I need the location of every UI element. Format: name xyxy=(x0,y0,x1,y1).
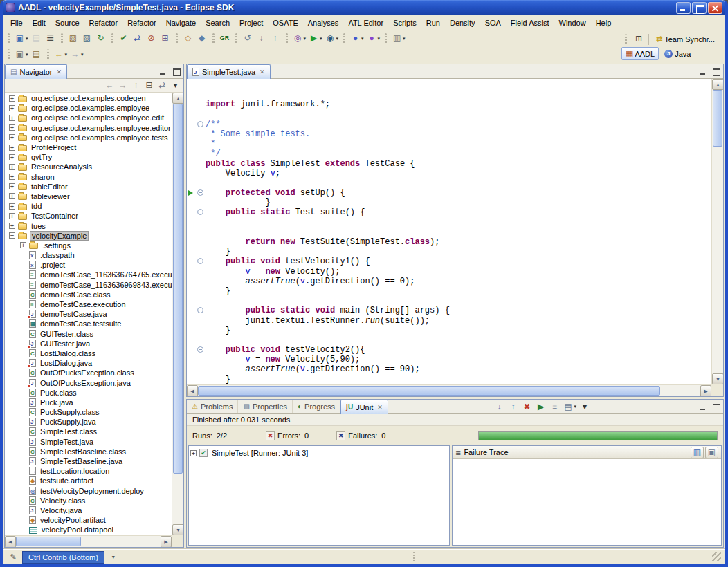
test-run-history-dropdown-icon[interactable]: ▾ xyxy=(574,404,577,409)
search-dropdown-icon[interactable]: ▾ xyxy=(336,36,339,41)
scroll-left-button[interactable]: ◀ xyxy=(187,385,198,396)
toggle-mark-occurrences-button[interactable]: ▣▾ xyxy=(13,48,30,62)
tree-item-puck-java[interactable]: JPuck.java xyxy=(5,398,172,407)
tree-item-simpletest-class[interactable]: CSimpleTest.class xyxy=(5,427,172,436)
tree-item-settings[interactable]: +.settings xyxy=(5,241,172,250)
editor-horizontal-scrollbar[interactable]: ◀ ▶ xyxy=(187,384,711,396)
window-close-button[interactable] xyxy=(708,2,722,14)
fold-collapse-icon[interactable] xyxy=(197,307,203,313)
search-button[interactable]: ◉▾ xyxy=(324,32,340,46)
open-perspective-button[interactable]: ⊞ xyxy=(632,32,646,46)
tree-item-velocitypool-artifact[interactable]: ◆velocityPool.artifact xyxy=(5,515,172,525)
menu-soa[interactable]: SOA xyxy=(480,17,506,29)
ocl-console-dropdown-icon[interactable]: ▾ xyxy=(361,36,364,41)
minimize-view-button[interactable] xyxy=(156,66,169,77)
tree-item-demotestcase-class[interactable]: CdemoTestCase.class xyxy=(5,290,172,299)
junit-view-menu-button[interactable]: ▾ xyxy=(578,400,592,413)
fold-collapse-icon[interactable] xyxy=(197,189,203,196)
menu-osate[interactable]: OSATE xyxy=(268,17,302,29)
new-aadl-model-button[interactable]: ▧ xyxy=(66,32,80,46)
tree-item-demotestcase-testsuite[interactable]: ▦demoTestCase.testsuite xyxy=(5,319,172,328)
ocl-console-button[interactable]: ●▾ xyxy=(349,32,365,46)
tree-expander-icon[interactable]: + xyxy=(9,115,15,121)
maximize-view-button[interactable] xyxy=(709,402,722,412)
filter-stack-trace-button[interactable]: ▥ xyxy=(691,447,704,458)
failure-trace-content[interactable] xyxy=(453,459,721,545)
tree-expander-icon[interactable]: + xyxy=(9,164,15,170)
fold-collapse-icon[interactable] xyxy=(197,209,203,215)
close-editor-tab-icon[interactable]: ✕ xyxy=(260,68,265,75)
tree-expander-icon[interactable]: + xyxy=(9,105,15,111)
tree-item-velocitypool-datapool[interactable]: velocityPool.datapool xyxy=(5,525,172,535)
toggle-mark-occurrences-dropdown-icon[interactable]: ▾ xyxy=(26,52,28,57)
test-run-history-button[interactable]: ▤▾ xyxy=(562,400,579,413)
titlebar[interactable]: AADL - velocityExample/SimpleTest.java -… xyxy=(3,0,725,15)
compare-actual-expected-button[interactable]: ▣ xyxy=(705,447,718,458)
show-previous-failed-test-button[interactable]: ↑ xyxy=(507,400,520,413)
menu-search[interactable]: Search xyxy=(201,17,235,29)
tree-item-tableeditor[interactable]: +tableEditor xyxy=(5,182,172,192)
tree-expander-icon[interactable]: − xyxy=(9,232,15,239)
save-button[interactable]: ▤ xyxy=(30,32,44,46)
aadl-perspective-button[interactable]: ▦ AADL xyxy=(621,47,659,60)
menu-density[interactable]: Density xyxy=(445,17,480,29)
show-next-failed-test-button[interactable]: ↓ xyxy=(493,400,507,413)
editor-vertical-scrollbar[interactable]: ▲ ▼ xyxy=(711,79,723,384)
tree-item-org-eclipse-ocl-examples-employee-editor[interactable]: +org.eclipse.ocl.examples.employee.edito… xyxy=(5,123,172,133)
java-perspective-button[interactable]: J Java xyxy=(660,48,695,60)
minimize-editor-button[interactable] xyxy=(696,66,709,77)
tree-expander-icon[interactable]: + xyxy=(9,134,15,140)
resize-grip[interactable] xyxy=(712,552,721,561)
java-source-editor[interactable]: import junit.framework.*;/** * Some simp… xyxy=(187,79,723,396)
menu-navigate[interactable]: Navigate xyxy=(161,17,201,29)
tree-item-tableviewer[interactable]: +tableviewer xyxy=(5,192,172,201)
tree-item-profileproject[interactable]: +ProfileProject xyxy=(5,142,172,152)
tree-item-pucksupply-class[interactable]: CPuckSupply.class xyxy=(5,407,172,417)
close-navigator-tab-icon[interactable]: ✕ xyxy=(57,68,62,75)
forward-dropdown-icon[interactable]: ▾ xyxy=(81,52,84,57)
clear-console-button[interactable]: ▤ xyxy=(30,48,44,62)
scroll-lock-button[interactable]: ≡ xyxy=(548,400,562,413)
tree-item-project[interactable]: x.project xyxy=(5,260,172,270)
tree-item-outofpucksexception-class[interactable]: COutOfPucksException.class xyxy=(5,368,172,378)
team-synchronizing-perspective-button[interactable]: ⇄ Team Synchr... xyxy=(652,32,719,46)
tree-item-demotestcase-1163636764765-execution[interactable]: ≡demoTestCase_1163636764765.execution xyxy=(5,270,172,279)
tree-item-velocity-java[interactable]: JVelocity.java xyxy=(5,505,172,515)
tree-expander-icon[interactable]: + xyxy=(9,145,15,151)
scrollbar-thumb[interactable] xyxy=(16,537,81,546)
editor-tab-simpletest-java[interactable]: J SimpleTest.java ✕ xyxy=(187,64,271,79)
atl-console-dropdown-icon[interactable]: ▾ xyxy=(378,36,381,41)
tree-item-classpath[interactable]: x.classpath xyxy=(5,250,172,260)
tree-item-testvelocitydeployment-deploy[interactable]: ◎testVelocityDeployment.deploy xyxy=(5,486,172,496)
aadl-property-values-dropdown-icon[interactable]: ▾ xyxy=(403,36,406,41)
graphical-refinement-button[interactable]: GR xyxy=(218,32,232,46)
scroll-down-button[interactable]: ▼ xyxy=(712,373,723,384)
tree-item-tdd[interactable]: +tdd xyxy=(5,201,172,211)
window-maximize-button[interactable] xyxy=(692,2,707,14)
scroll-down-button[interactable]: ▼ xyxy=(172,524,183,535)
test-results-tree[interactable]: + ✔ SimpleTest [Runner: JUnit 3] xyxy=(188,445,450,546)
tree-expander-icon[interactable]: + xyxy=(190,450,197,456)
maximize-editor-button[interactable] xyxy=(709,66,722,77)
external-tools-dropdown-icon[interactable]: ▾ xyxy=(304,36,307,41)
link-with-editor-button[interactable]: ⇄ xyxy=(156,80,169,92)
back-button[interactable]: ←▾ xyxy=(53,48,69,62)
menu-scripts[interactable]: Scripts xyxy=(388,17,421,29)
menu-refactor[interactable]: Refactor xyxy=(84,17,123,29)
test-item-simpletest[interactable]: + ✔ SimpleTest [Runner: JUnit 3] xyxy=(190,447,448,458)
tree-expander-icon[interactable]: + xyxy=(9,203,15,210)
menu-source[interactable]: Source xyxy=(51,17,84,29)
tree-item-org-eclipse-ocl-examples-codegen[interactable]: +org.eclipse.ocl.examples.codegen xyxy=(5,93,172,103)
tree-item-simpletestbaseline-class[interactable]: CSimpleTestBaseline.class xyxy=(5,447,172,456)
stop-junit-test-run-button[interactable]: ✖ xyxy=(520,400,534,413)
fold-collapse-icon[interactable] xyxy=(197,346,203,353)
tree-item-org-eclipse-ocl-examples-employee[interactable]: +org.eclipse.ocl.examples.employee xyxy=(5,103,172,113)
navigator-tree[interactable]: +org.eclipse.ocl.examples.codegen+org.ec… xyxy=(5,93,172,535)
tree-item-velocity-class[interactable]: CVelocity.class xyxy=(5,496,172,505)
menu-help[interactable]: Help xyxy=(591,17,617,29)
print-button[interactable]: ☰ xyxy=(44,32,57,46)
back-dropdown-icon[interactable]: ▾ xyxy=(65,52,68,57)
open-resource-button[interactable]: ◆ xyxy=(195,32,209,46)
tree-item-pucksupply-java[interactable]: JPuckSupply.java xyxy=(5,417,172,427)
tree-expander-icon[interactable]: + xyxy=(9,193,15,199)
